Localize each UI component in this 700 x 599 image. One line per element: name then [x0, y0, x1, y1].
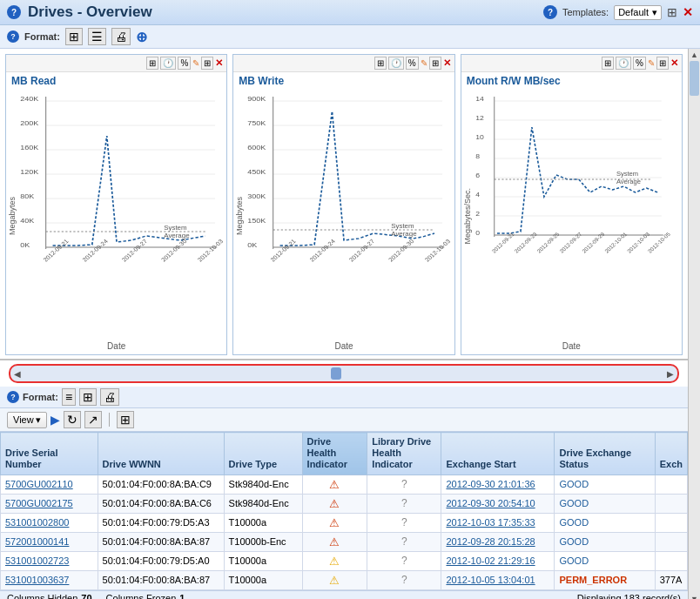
col-wwnn[interactable]: Drive WWNN: [98, 433, 224, 475]
svg-text:2012-10-01: 2012-10-01: [602, 231, 628, 254]
table-view-icon[interactable]: ☰: [88, 28, 106, 45]
templates-dropdown[interactable]: Default ▾: [614, 5, 662, 20]
help-icon-lower[interactable]: ?: [7, 391, 19, 403]
cell-serial[interactable]: 5700GU002110: [1, 474, 98, 494]
cell-exch: 377A: [655, 570, 687, 589]
chart-icon-2e[interactable]: ⊞: [429, 57, 441, 70]
cell-serial[interactable]: 531001003637: [1, 570, 98, 589]
col-exchange-status[interactable]: Drive Exchange Status: [555, 433, 655, 475]
chart-icon-1b[interactable]: 🕐: [160, 57, 176, 70]
svg-text:2012-09-25: 2012-09-25: [535, 231, 561, 254]
chart-icon-3b[interactable]: 🕐: [616, 57, 631, 70]
chart-area-3[interactable]: 14 12 10 8 6 4 2 0: [474, 92, 680, 266]
lib-health-question-icon: ?: [401, 516, 407, 528]
chart-icon-2b[interactable]: 🕐: [388, 57, 404, 70]
vscroll-thumb[interactable]: [690, 61, 699, 96]
cell-wwnn: 50:01:04:F0:00:8A:BA:87: [98, 570, 224, 589]
chart-mb-read: ⊞ 🕐 % ✎ ⊞ ✕ MB Read Megabytes 240K 200K: [5, 54, 227, 355]
svg-text:0K: 0K: [20, 241, 30, 249]
chart-icon-2d[interactable]: ✎: [421, 58, 427, 68]
table-row: 531001003637 50:01:04:F0:00:8A:BA:87 T10…: [1, 570, 688, 589]
chart-icon-3c[interactable]: %: [633, 57, 646, 70]
chart-icon-1e[interactable]: ⊞: [201, 57, 213, 70]
print-icon[interactable]: 🖨: [111, 28, 131, 45]
lib-health-question-icon: ?: [401, 478, 407, 490]
chart-icon-2a[interactable]: ⊞: [374, 57, 387, 70]
chart-close-2[interactable]: ✕: [443, 57, 451, 69]
svg-text:900K: 900K: [248, 95, 266, 103]
cell-serial[interactable]: 531001002800: [1, 513, 98, 532]
export-icon[interactable]: ✕: [683, 5, 693, 19]
svg-text:Average: Average: [392, 230, 417, 237]
add-icon[interactable]: ⊕: [136, 29, 147, 45]
columns-info: Columns Hidden 70 Columns Frozen 1: [7, 593, 185, 599]
chart-body-2: Megabytes 900K 750K 600K 450K 300K 150K …: [233, 89, 454, 340]
help-icon-toolbar[interactable]: ?: [7, 30, 19, 43]
help-icon[interactable]: ?: [7, 5, 21, 19]
col-exch[interactable]: Exch: [655, 433, 687, 475]
chart-footer-3: Date: [461, 340, 682, 354]
vscroll-track[interactable]: [689, 61, 700, 593]
col-serial[interactable]: Drive Serial Number: [1, 433, 98, 475]
templates-value: Default: [618, 7, 649, 17]
grid-view-icon[interactable]: ⊞: [65, 28, 83, 45]
cell-serial[interactable]: 572001000141: [1, 532, 98, 551]
svg-text:2012-09-24: 2012-09-24: [81, 238, 109, 262]
lib-health-question-icon: ?: [401, 555, 407, 567]
col-type[interactable]: Drive Type: [224, 433, 302, 475]
col-health[interactable]: Drive Health Indicator: [302, 433, 367, 475]
play-icon[interactable]: ▶: [50, 413, 60, 427]
svg-text:2012-09-27: 2012-09-27: [348, 238, 376, 262]
refresh-icon[interactable]: ↻: [64, 411, 81, 428]
chart-icon-3d[interactable]: ✎: [648, 58, 655, 68]
cell-exchange-status: GOOD: [555, 551, 655, 570]
cell-serial[interactable]: 531001002723: [1, 551, 98, 570]
cell-type: Stk9840d-Enc: [224, 494, 302, 513]
horizontal-scrollbar[interactable]: ◀ ▶: [9, 364, 679, 383]
svg-text:120K: 120K: [20, 168, 38, 176]
cell-health: ⚠: [302, 494, 367, 513]
chart-icon-1a[interactable]: ⊞: [146, 57, 158, 70]
chart-close-3[interactable]: ✕: [670, 57, 678, 69]
col-exchange-start[interactable]: Exchange Start: [441, 433, 555, 475]
vertical-scrollbar[interactable]: ▲ ▼: [688, 49, 700, 599]
cell-serial[interactable]: 5700GU002175: [1, 494, 98, 513]
chart-area-2[interactable]: 900K 750K 600K 450K 300K 150K 0K: [246, 92, 452, 266]
chart-title-1: MB Read: [6, 72, 226, 89]
page-header: ? Drives - Overview ? Templates: Default…: [0, 0, 700, 25]
scroll-right-arrow[interactable]: ▶: [667, 369, 674, 379]
list-view-icon[interactable]: ≡: [62, 388, 76, 406]
cell-wwnn: 50:01:04:F0:00:8A:BA:87: [98, 532, 224, 551]
col-lib-health[interactable]: Library Drive Health Indicator: [367, 433, 441, 475]
export-table-icon[interactable]: ↗: [84, 411, 102, 428]
cell-exchange-start: 2012-09-28 20:15:28: [441, 532, 555, 551]
chart-body-1: Megabytes 240K 200K 160K 120K 80K 40K 0K: [6, 89, 226, 340]
chart-area-1[interactable]: 240K 200K 160K 120K 80K 40K 0K: [18, 92, 225, 266]
chart-icon-3a[interactable]: ⊞: [602, 57, 614, 70]
cell-exch: [655, 513, 687, 532]
print-icon-lower[interactable]: 🖨: [100, 388, 119, 406]
cell-exchange-start: 2012-09-30 20:54:10: [441, 494, 555, 513]
chart-close-1[interactable]: ✕: [215, 57, 223, 69]
table-row: 5700GU002110 50:01:04:F0:00:8A:BA:C9 Stk…: [1, 474, 688, 494]
scroll-left-arrow[interactable]: ◀: [14, 369, 21, 379]
svg-text:0: 0: [475, 228, 480, 237]
chart-mb-write: ⊞ 🕐 % ✎ ⊞ ✕ MB Write Megabytes 900K 750K…: [232, 54, 454, 355]
scroll-thumb[interactable]: [331, 367, 341, 380]
lib-health-question-icon: ?: [401, 574, 407, 586]
chart-icon-1d[interactable]: ✎: [192, 58, 199, 68]
vscroll-down-arrow[interactable]: ▼: [689, 593, 700, 599]
columns-hidden-value: 70: [81, 593, 91, 599]
chart-icon-2c[interactable]: %: [406, 57, 419, 70]
columns-frozen-value: 1: [179, 593, 185, 599]
columns-icon[interactable]: ⊞: [117, 411, 134, 428]
grid-icon[interactable]: ⊞: [667, 5, 677, 19]
chart-icon-3e[interactable]: ⊞: [656, 57, 669, 70]
help-icon-right[interactable]: ?: [543, 5, 557, 19]
health-warning-icon: ⚠: [329, 478, 340, 491]
group-icon[interactable]: ⊞: [79, 388, 97, 406]
vscroll-up-arrow[interactable]: ▲: [689, 49, 700, 61]
view-button[interactable]: View ▾: [7, 412, 47, 428]
cell-exchange-status: GOOD: [555, 532, 655, 551]
chart-icon-1c[interactable]: %: [178, 57, 191, 70]
